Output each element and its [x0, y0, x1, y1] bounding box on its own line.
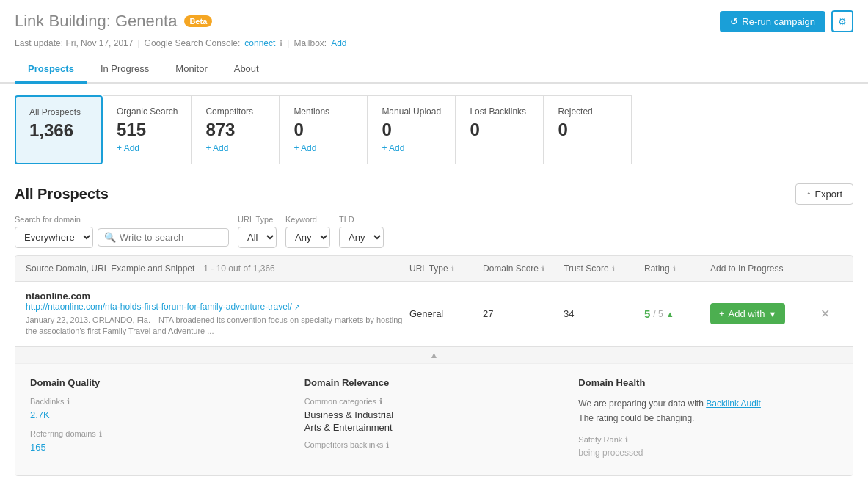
tld-select[interactable]: Any — [339, 227, 384, 248]
settings-button[interactable]: ⚙ — [831, 10, 853, 32]
rating-cell: 5 / 5 ▲ — [644, 307, 710, 320]
info-icon-url-type[interactable]: ℹ — [451, 264, 454, 274]
rerun-label: Re-run campaign — [742, 16, 815, 27]
backlink-audit-link[interactable]: Backlink Audit — [706, 398, 761, 409]
tab-prospects[interactable]: Prospects — [15, 56, 87, 84]
prospects-table: Source Domain, URL Example and Snippet 1… — [15, 255, 853, 476]
card-manual-label: Manual Upload — [382, 106, 442, 117]
close-button[interactable]: ✕ — [820, 307, 830, 321]
info-icon-competitors-backlinks[interactable]: ℹ — [386, 440, 389, 450]
domain-health-title: Domain Health — [578, 377, 838, 388]
beta-badge: Beta — [184, 15, 212, 27]
card-manual-add[interactable]: + Add — [382, 143, 442, 153]
search-icon: 🔍 — [104, 232, 116, 243]
card-lost-backlinks[interactable]: Lost Backlinks 0 — [456, 95, 544, 164]
competitors-backlinks-label: Competitors backlinks ℹ — [304, 440, 564, 450]
card-organic-add[interactable]: + Add — [117, 143, 178, 153]
expanded-panel: Domain Quality Backlinks ℹ 2.7K Referrin… — [15, 363, 853, 475]
url-type-select[interactable]: All — [238, 227, 277, 248]
info-icon-safety[interactable]: ℹ — [625, 435, 628, 445]
external-link-icon: ↗ — [294, 303, 300, 311]
th-actions — [820, 263, 842, 274]
rating-number: 5 — [644, 307, 650, 320]
last-update: Last update: Fri, Nov 17, 2017 — [15, 38, 133, 48]
domain-health-message-text: We are preparing your data with — [578, 398, 706, 409]
console-label: Google Search Console: — [145, 38, 241, 48]
safety-label-text: Safety Rank — [578, 435, 622, 444]
domain-name: ntaonline.com — [26, 291, 409, 302]
card-organic-search[interactable]: Organic Search 515 + Add — [103, 95, 192, 164]
card-rejected[interactable]: Rejected 0 — [544, 95, 632, 164]
add-with-button[interactable]: + Add with ▼ — [710, 303, 785, 324]
title-sub: Genenta — [115, 12, 177, 30]
th-add-label: Add to In Progress — [710, 263, 783, 274]
table-row: ntaonline.com http://ntaonline.com/nta-h… — [15, 282, 853, 475]
add-chevron-icon: ▼ — [768, 310, 776, 318]
rerun-icon: ↺ — [730, 16, 738, 27]
backlinks-label-text: Backlinks — [30, 397, 64, 406]
url-type-cell: General — [409, 308, 483, 319]
add-with-label: Add with — [729, 308, 765, 319]
tab-monitor[interactable]: Monitor — [162, 56, 220, 84]
card-competitors-label: Competitors — [205, 106, 266, 117]
th-trust-score-label: Trust Score — [564, 263, 609, 274]
everywhere-select[interactable]: Everywhere — [15, 227, 93, 248]
card-lost-label: Lost Backlinks — [470, 106, 530, 117]
mailbox-link[interactable]: Add — [331, 38, 346, 48]
keyword-label: Keyword — [285, 215, 330, 224]
console-link[interactable]: connect — [244, 38, 275, 48]
keyword-select[interactable]: Any — [285, 227, 330, 248]
card-competitors-add[interactable]: + Add — [205, 143, 266, 153]
card-organic-label: Organic Search — [117, 106, 178, 117]
th-source: Source Domain, URL Example and Snippet 1… — [26, 263, 409, 274]
info-icon-console: ℹ — [280, 39, 282, 48]
th-rating-label: Rating — [644, 263, 670, 274]
separator2: | — [287, 38, 289, 48]
domain-url-text: http://ntaonline.com/nta-holds-first-for… — [26, 302, 292, 312]
card-mentions[interactable]: Mentions 0 + Add — [280, 95, 368, 164]
search-input[interactable] — [120, 232, 222, 243]
tab-bar: Prospects In Progress Monitor About — [0, 56, 868, 84]
card-mentions-label: Mentions — [293, 106, 354, 117]
add-cell: + Add with ▼ — [710, 303, 820, 324]
info-icon-categories[interactable]: ℹ — [379, 397, 382, 406]
info-icon-trust-score[interactable]: ℹ — [612, 264, 615, 274]
card-mentions-count: 0 — [293, 120, 354, 140]
card-mentions-add[interactable]: + Add — [293, 143, 354, 153]
card-all-prospects[interactable]: All Prospects 1,366 — [15, 95, 103, 164]
domain-url[interactable]: http://ntaonline.com/nta-holds-first-for… — [26, 302, 409, 312]
rating-chevron-icon: ▲ — [666, 310, 674, 318]
th-domain-score-label: Domain Score — [483, 263, 539, 274]
card-all-count: 1,366 — [29, 120, 88, 141]
search-domain-label: Search for domain — [15, 215, 229, 224]
info-icon-referring[interactable]: ℹ — [99, 429, 102, 439]
info-icon-domain-score[interactable]: ℹ — [541, 264, 544, 274]
scroll-up-icon: ▲ — [430, 350, 439, 360]
result-count: 1 - 10 out of 1,366 — [203, 263, 274, 274]
row-main: ntaonline.com http://ntaonline.com/nta-h… — [15, 282, 853, 346]
info-icon-backlinks[interactable]: ℹ — [67, 397, 70, 406]
subheader: Last update: Fri, Nov 17, 2017 | Google … — [0, 38, 868, 56]
card-manual-upload[interactable]: Manual Upload 0 + Add — [368, 95, 456, 164]
export-button[interactable]: ↑ Export — [795, 183, 853, 205]
card-competitors[interactable]: Competitors 873 + Add — [192, 95, 280, 164]
domain-score-cell: 27 — [483, 308, 564, 319]
rerun-button[interactable]: ↺ Re-run campaign — [720, 11, 825, 32]
tab-in-progress[interactable]: In Progress — [87, 56, 162, 84]
info-icon-rating[interactable]: ℹ — [673, 264, 676, 274]
th-source-label: Source Domain, URL Example and Snippet — [26, 263, 194, 274]
table-header: Source Domain, URL Example and Snippet 1… — [15, 256, 853, 282]
tab-prospects-label: Prospects — [28, 63, 74, 74]
th-domain-score: Domain Score ℹ — [483, 263, 564, 274]
section-title: All Prospects — [15, 186, 109, 203]
categories-label: Common categories ℹ — [304, 397, 564, 406]
categories-label-text: Common categories — [304, 397, 376, 406]
export-label: Export — [814, 189, 842, 200]
gear-icon: ⚙ — [838, 16, 847, 27]
card-rejected-count: 0 — [558, 120, 618, 140]
tab-about[interactable]: About — [221, 56, 272, 84]
safety-rank-value: being processed — [578, 448, 838, 458]
backlinks-value: 2.7K — [30, 409, 290, 420]
tld-label: TLD — [339, 215, 384, 224]
tab-monitor-label: Monitor — [175, 63, 207, 74]
